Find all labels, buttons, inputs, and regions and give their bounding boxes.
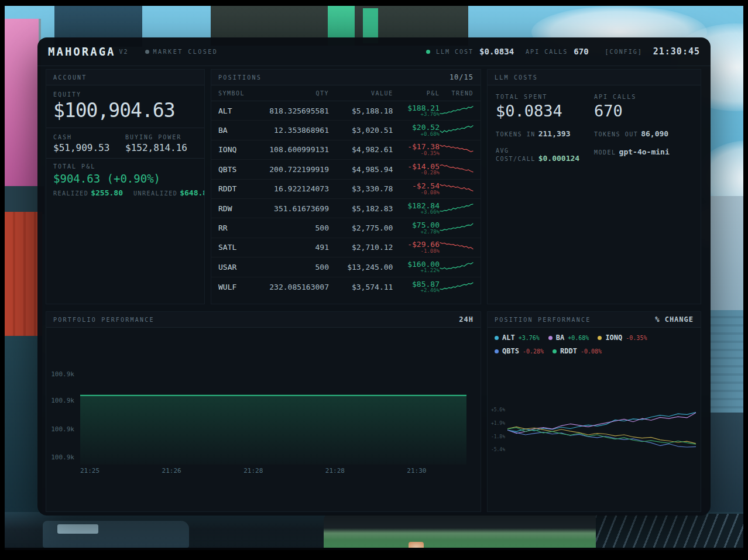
divider: [46, 158, 204, 159]
position-qty: 108.600999131: [253, 145, 329, 154]
portfolio-plot-area: [80, 332, 466, 465]
pink-billboard: [5, 19, 41, 188]
column-pnl: P&L: [393, 90, 440, 97]
train: [324, 514, 599, 550]
unrealized-pnl: UNREALIZED$648.83: [133, 188, 205, 197]
llm-panel-title: LLM COSTS: [495, 74, 538, 81]
positions-column-headers: SYMBOL QTY VALUE P&L TREND: [211, 85, 481, 101]
y-tick-label: +5.6%: [491, 407, 505, 413]
position-pnl-value: -$14.05: [393, 163, 440, 171]
divider: [46, 128, 204, 128]
equity-value: $100,904.63: [53, 99, 197, 122]
position-pnl-value: -$29.66: [393, 241, 440, 249]
llm-api-calls-value: 670: [594, 102, 692, 120]
app-version: V2: [119, 49, 129, 55]
market-status: MARKET CLOSED: [145, 49, 218, 55]
position-pnl-value: $160.00: [393, 260, 440, 269]
legend-item-qbts[interactable]: QBTS-0.28%: [495, 347, 544, 355]
total-spent-label: TOTAL SPENT: [496, 94, 594, 100]
column-trend: TREND: [440, 90, 473, 97]
total-spent-value: $0.0834: [496, 102, 594, 120]
legend-dot-icon: [495, 349, 499, 353]
llm-api-calls-label: API CALLS: [594, 94, 692, 100]
llm-cost-label: LLM COST: [436, 49, 473, 55]
position-qty: 200.722199919: [253, 165, 329, 174]
config-button[interactable]: [CONFIG]: [605, 49, 643, 55]
legend-symbol: IONQ: [605, 334, 622, 342]
position-trend-sparkline: [440, 202, 473, 215]
cash-value: $51,909.53: [53, 142, 125, 153]
position-row[interactable]: USAR 500 $13,245.00 $160.00 +1.22%: [211, 257, 481, 277]
position-trend-sparkline: [440, 241, 473, 253]
position-value: $5,188.18: [329, 106, 393, 115]
avg-cost-label: AVG COST/CALL: [496, 147, 536, 162]
cash-label: CASH: [53, 134, 125, 140]
llm-costs-panel: LLM COSTS TOTAL SPENT $0.0834 API CALLS …: [487, 69, 701, 304]
position-qty: 500: [253, 224, 329, 232]
position-pnl-pct: -1.08%: [393, 249, 440, 254]
position-row[interactable]: RR 500 $2,775.00 $75.00 +2.78%: [211, 218, 481, 238]
legend-pct: -0.35%: [626, 335, 647, 341]
position-row[interactable]: RDDT 16.922124073 $3,330.78 -$2.54 -0.08…: [211, 180, 481, 199]
tokens-out-value: 86,090: [641, 129, 668, 138]
position-symbol: ALT: [218, 106, 253, 115]
position-row[interactable]: IONQ 108.600999131 $4,982.61 -$17.38 -0.…: [211, 140, 481, 160]
position-row[interactable]: WULF 232.085163007 $3,574.11 $85.87 +2.4…: [211, 277, 481, 297]
position-pnl: -$29.66 -1.08%: [393, 241, 440, 254]
y-tick-label: -1.8%: [491, 434, 505, 439]
equity-label: EQUITY: [53, 91, 197, 98]
clock: 21:30:45: [653, 46, 700, 57]
realized-value: $255.80: [91, 188, 123, 197]
legend-pct: +3.76%: [519, 335, 540, 341]
portfolio-panel-title: PORTFOLIO PERFORMANCE: [53, 317, 155, 323]
position-pnl-value: $85.87: [393, 280, 440, 288]
building: [709, 196, 743, 313]
position-pnl: $188.21 +3.76%: [393, 104, 440, 118]
legend-item-ionq[interactable]: IONQ-0.35%: [598, 334, 647, 342]
building: [5, 336, 42, 529]
position-symbol: USAR: [218, 263, 253, 272]
position-row[interactable]: BA 12.353868961 $3,020.51 $20.52 +0.68%: [211, 121, 481, 140]
rail-tracks: [596, 514, 743, 550]
market-status-icon: [145, 50, 149, 54]
position-row[interactable]: ALT 818.325695581 $5,188.18 $188.21 +3.7…: [211, 101, 481, 121]
legend-item-alt[interactable]: ALT+3.76%: [495, 334, 540, 342]
position-pnl-pct: +2.46%: [393, 288, 440, 293]
legend-symbol: BA: [556, 334, 564, 342]
llm-cost-indicator-icon: [426, 50, 430, 54]
position-pnl: -$17.38 -0.35%: [393, 143, 440, 156]
position-row[interactable]: SATL 491 $2,710.12 -$29.66 -1.08%: [211, 238, 481, 257]
model-label: MODEL: [594, 149, 616, 156]
y-tick-label: 100.9k: [51, 454, 74, 461]
y-tick-label: -5.4%: [491, 447, 505, 452]
position-qty: 491: [253, 243, 329, 252]
legend-item-rddt[interactable]: RDDT-0.08%: [553, 347, 602, 355]
avg-cost: AVG COST/CALL$0.000124: [496, 147, 594, 163]
bottom-bar: [5, 548, 743, 550]
y-tick-label: 100.9k: [51, 370, 74, 378]
position-pnl-pct: +0.68%: [393, 132, 440, 137]
tokens-out-label: TOKENS OUT: [594, 131, 638, 138]
portfolio-x-axis: 21:2521:2621:2821:2821:30: [80, 467, 466, 476]
position-pnl-pct: -0.35%: [393, 151, 440, 156]
position-qty: 232.085163007: [253, 283, 329, 291]
position-pnl-value: $75.00: [393, 221, 440, 229]
position-pnl: -$2.54 -0.08%: [393, 182, 440, 195]
legend-pct: -0.08%: [581, 348, 602, 355]
avg-cost-value: $0.000124: [538, 154, 579, 163]
position-pnl-value: $182.84: [393, 202, 440, 210]
total-pnl-value: $904.63 (+0.90%): [53, 172, 197, 185]
position-trend-sparkline: [440, 124, 473, 136]
column-qty: QTY: [253, 90, 329, 97]
portfolio-performance-panel: PORTFOLIO PERFORMANCE 24H 100.9k100.9k10…: [46, 311, 481, 512]
position-symbol: RDW: [218, 204, 253, 213]
legend-item-ba[interactable]: BA+0.68%: [548, 334, 589, 342]
model-value: gpt-4o-mini: [619, 147, 670, 156]
position-value: $5,182.83: [329, 204, 393, 213]
position-row[interactable]: QBTS 200.722199919 $4,985.94 -$14.05 -0.…: [211, 160, 481, 179]
position-pnl-value: $188.21: [393, 104, 440, 112]
model: MODELgpt-4o-mini: [594, 147, 692, 163]
position-row[interactable]: RDW 351.61673699 $5,182.83 $182.84 +3.66…: [211, 199, 481, 218]
position-value: $3,574.11: [329, 283, 393, 291]
position-pnl: -$14.05 -0.28%: [393, 163, 440, 176]
